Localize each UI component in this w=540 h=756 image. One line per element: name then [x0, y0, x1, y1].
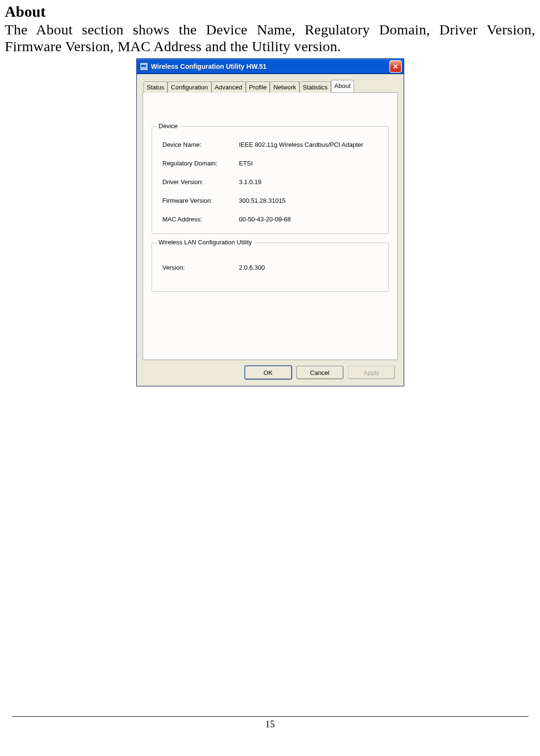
- close-icon: ✕: [393, 63, 398, 70]
- value-device-name: IEEE 802.11g Wireless Cardbus/PCI Adapte…: [239, 141, 382, 148]
- device-legend: Device: [157, 122, 180, 130]
- section-heading: About: [5, 3, 535, 21]
- app-icon: [140, 62, 148, 71]
- page-number: 15: [265, 719, 275, 729]
- window-title: Wireless Configuration Utility HW.51: [151, 63, 389, 70]
- utility-groupbox: Wireless LAN Configuration Utility Versi…: [152, 242, 389, 292]
- row-utility-version: Version: 2.0.6.300: [163, 264, 382, 271]
- label-driver-version: Driver Version:: [163, 178, 239, 186]
- label-utility-version: Version:: [163, 264, 239, 271]
- row-reg-domain: Regulatory Domain: ETSI: [163, 160, 382, 167]
- button-row: OK Cancel Apply: [143, 360, 398, 379]
- page-footer: 15: [12, 716, 529, 730]
- tabs-row: Status Configuration Advanced Profile Ne…: [143, 80, 398, 92]
- value-reg-domain: ETSI: [239, 160, 382, 167]
- row-driver-version: Driver Version: 3.1.0.19: [163, 178, 382, 186]
- device-groupbox: Device Device Name: IEEE 802.11g Wireles…: [152, 126, 389, 234]
- cancel-button[interactable]: Cancel: [297, 366, 343, 379]
- utility-legend: Wireless LAN Configuration Utility: [157, 239, 254, 246]
- label-reg-domain: Regulatory Domain:: [163, 160, 239, 167]
- tab-profile[interactable]: Profile: [246, 81, 270, 93]
- label-firmware-version: Firmware Version:: [163, 197, 239, 204]
- value-mac-address: 00-50-43-20-09-68: [239, 216, 382, 223]
- row-device-name: Device Name: IEEE 802.11g Wireless Cardb…: [163, 141, 382, 148]
- tab-statistics[interactable]: Statistics: [299, 81, 331, 93]
- titlebar[interactable]: Wireless Configuration Utility HW.51 ✕: [137, 59, 404, 74]
- value-utility-version: 2.0.6.300: [239, 264, 382, 271]
- tab-configuration[interactable]: Configuration: [167, 81, 211, 93]
- tab-network[interactable]: Network: [270, 81, 299, 93]
- tab-about[interactable]: About: [331, 80, 354, 92]
- tab-status[interactable]: Status: [143, 81, 168, 93]
- value-driver-version: 3.1.0.19: [239, 178, 382, 186]
- tab-advanced[interactable]: Advanced: [211, 81, 246, 93]
- row-firmware-version: Firmware Version: 300.51.28.31015: [163, 197, 382, 204]
- close-button[interactable]: ✕: [389, 60, 402, 73]
- value-firmware-version: 300.51.28.31015: [239, 197, 382, 204]
- section-intro: The About section shows the Device Name,…: [5, 22, 535, 55]
- tabs-panel: Status Configuration Advanced Profile Ne…: [143, 80, 398, 360]
- apply-button: Apply: [348, 366, 395, 379]
- config-dialog: Wireless Configuration Utility HW.51 ✕ S…: [136, 58, 404, 386]
- row-mac-address: MAC Address: 00-50-43-20-09-68: [163, 216, 382, 223]
- label-mac-address: MAC Address:: [163, 216, 239, 223]
- ok-button[interactable]: OK: [245, 366, 292, 379]
- label-device-name: Device Name:: [163, 141, 239, 148]
- dialog-body: Status Configuration Advanced Profile Ne…: [137, 74, 404, 386]
- tab-body-about: Device Device Name: IEEE 802.11g Wireles…: [143, 92, 398, 360]
